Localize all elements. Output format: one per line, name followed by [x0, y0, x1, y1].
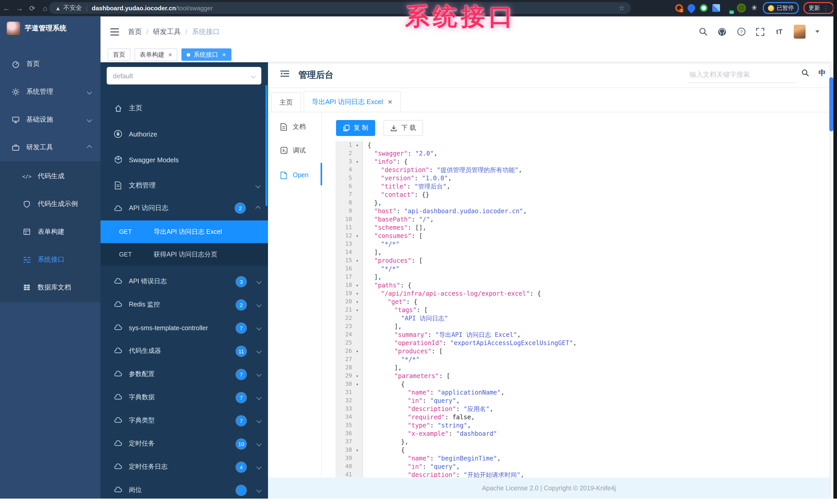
api-group-row[interactable]: Redis 监控2 — [101, 293, 268, 316]
search-icon[interactable] — [698, 27, 708, 36]
api-group-row[interactable]: 字典数据7 — [101, 386, 268, 409]
form-icon — [23, 228, 31, 236]
extension-pin-icon[interactable] — [686, 3, 697, 13]
api-group-row[interactable]: 定时任务日志4 — [101, 455, 268, 479]
fold-toggle-icon[interactable]: ▾ — [352, 141, 362, 149]
extension-orange-icon[interactable]: 1 — [675, 4, 683, 12]
line-number: 24 — [336, 331, 352, 339]
operation-get-page[interactable]: GET 获得API 访问日志分页 — [101, 243, 268, 266]
fold-toggle-icon[interactable]: ▾ — [352, 157, 362, 166]
api-group-row[interactable]: API 错误日志3 — [101, 270, 268, 293]
fold-spacer — [352, 454, 362, 463]
sidebar-item-infra[interactable]: 基础设施 — [0, 106, 101, 133]
security-warning-icon[interactable]: ▲ — [55, 5, 61, 11]
chevron-down-icon — [256, 279, 262, 284]
line-number: 9 — [336, 207, 352, 215]
paused-pill[interactable]: 已暂停 — [763, 2, 799, 14]
language-icon[interactable]: 中 — [818, 69, 826, 78]
swagger-nav-authorize[interactable]: Authorize — [101, 123, 268, 145]
avatar-caret-icon[interactable] — [815, 31, 819, 33]
fold-toggle-icon[interactable]: ▾ — [352, 347, 362, 355]
close-icon[interactable]: ✕ — [388, 98, 392, 105]
fold-toggle-icon[interactable]: ▾ — [352, 298, 362, 306]
extension-monkey-icon[interactable] — [737, 4, 746, 12]
fold-toggle-icon[interactable]: ▾ — [352, 232, 362, 240]
fold-toggle-icon[interactable]: ▾ — [352, 257, 362, 265]
tab-home[interactable]: 主页 — [271, 92, 301, 112]
collapse-sidebar-icon[interactable] — [280, 70, 289, 79]
update-pill[interactable]: 更新⋮ — [803, 2, 834, 14]
sidebar-item-system-api[interactable]: 系统接口 — [0, 246, 101, 274]
back-icon[interactable]: ← — [0, 4, 13, 12]
sidebar-item-db-doc[interactable]: 数据库文档 — [0, 274, 101, 301]
bookmark-star-icon[interactable]: ☆ — [619, 4, 625, 12]
sidebar-item-devtools[interactable]: 研发工具 — [0, 133, 101, 161]
doc-search-icon[interactable] — [801, 69, 809, 79]
swagger-nav-home[interactable]: 主页 — [101, 97, 268, 119]
menu-dots-icon[interactable]: ⋮ — [823, 4, 829, 12]
breadcrumb-devtools[interactable]: 研发工具 — [153, 27, 181, 36]
sidebar-item-codegen-demo[interactable]: 代码生成示例 — [0, 190, 101, 218]
swagger-nav-doc-manage[interactable]: 文档管理 — [101, 174, 268, 197]
address-bar[interactable]: ▲ 不安全 | dashboard.yudao.iocoder.cn/tool/… — [49, 2, 631, 14]
swagger-nav-api-access-log[interactable]: API 访问日志 2 — [101, 197, 268, 220]
close-icon[interactable]: ✕ — [168, 52, 173, 57]
api-group-row[interactable]: 参数配置7 — [101, 362, 268, 386]
github-icon[interactable] — [717, 27, 727, 36]
count-badge: 4 — [236, 462, 246, 471]
help-icon[interactable]: ? — [736, 27, 746, 36]
logo[interactable]: 芋道管理系统 — [0, 16, 101, 41]
api-group-row[interactable]: 定时任务10 — [101, 432, 268, 455]
reload-icon[interactable]: ⟳ — [26, 4, 39, 12]
fold-toggle-icon[interactable]: ▾ — [352, 380, 362, 388]
tag-home[interactable]: 首页 — [108, 49, 130, 61]
hamburger-icon[interactable] — [110, 28, 119, 35]
operation-export-excel[interactable]: GET 导出API 访问日志 Excel — [101, 221, 268, 243]
sidebar-item-label: 代码生成示例 — [38, 199, 78, 209]
fold-toggle-icon[interactable]: ▾ — [352, 446, 362, 454]
code-editor[interactable]: 1▾{2"swagger": "2.0",3▾"info": {4"descri… — [336, 141, 823, 478]
fold-toggle-icon[interactable]: ▾ — [352, 306, 362, 314]
api-group-select[interactable]: default — [107, 67, 261, 85]
breadcrumb-home[interactable]: 首页 — [128, 27, 142, 36]
fold-toggle-icon[interactable]: ▾ — [352, 281, 362, 290]
doc-search-input[interactable]: 输入文档关键字搜索 — [689, 69, 796, 83]
code-line: 34"required": false, — [336, 413, 823, 421]
api-group-row[interactable]: sys-sms-template-controller7 — [101, 316, 268, 339]
page-scrollbar-thumb[interactable] — [829, 77, 833, 131]
sidebar-item-codegen[interactable]: </> 代码生成 — [0, 162, 101, 190]
download-button[interactable]: 下 载 — [384, 120, 423, 136]
fold-toggle-icon[interactable]: ▾ — [352, 372, 362, 380]
tag-form-builder[interactable]: 表单构建✕ — [135, 49, 178, 61]
rail-item-doc[interactable]: 文档 — [268, 116, 333, 137]
fullscreen-icon[interactable] — [755, 27, 765, 36]
forward-icon[interactable]: → — [13, 4, 26, 12]
sidebar-scrollbar-thumb[interactable] — [265, 85, 267, 206]
tag-system-api[interactable]: 系统接口✕ — [182, 49, 231, 61]
fold-toggle-icon[interactable]: ▾ — [352, 290, 362, 298]
api-group-row[interactable]: 代码生成器11 — [101, 339, 268, 362]
code-line: 16"*/*" — [336, 265, 823, 273]
code-lines: 1▾{2"swagger": "2.0",3▾"info": {4"descri… — [336, 141, 823, 478]
api-groups: API 错误日志3Redis 监控2sys-sms-template-contr… — [101, 270, 268, 499]
code-line: 36"x-example": "dashboard" — [336, 430, 823, 438]
extension-grid-icon[interactable] — [712, 4, 720, 12]
cloud-icon — [114, 278, 122, 285]
sidebar-item-form-builder[interactable]: 表单构建 — [0, 218, 101, 246]
extension-green-icon[interactable] — [700, 4, 708, 12]
copy-button[interactable]: 复 制 — [336, 120, 375, 136]
rail-item-debug[interactable]: 调试 — [268, 140, 333, 161]
extension-translate-icon[interactable]: cn — [725, 4, 732, 12]
api-group-row[interactable]: 字典类型7 — [101, 409, 268, 432]
sidebar-item-system[interactable]: 系统管理 — [0, 78, 101, 106]
font-size-icon[interactable]: tT — [774, 27, 784, 36]
avatar[interactable] — [794, 25, 805, 39]
api-group-row[interactable]: 岗位 — [101, 479, 268, 499]
rail-item-open[interactable]: Open — [268, 165, 333, 185]
close-icon[interactable]: ✕ — [222, 52, 226, 57]
sidebar-item-home[interactable]: 首页 — [0, 50, 101, 78]
tab-export-excel[interactable]: 导出API 访问日志 Excel✕ — [304, 91, 401, 112]
swagger-nav-models[interactable]: Swagger Models — [101, 148, 268, 171]
extension-star-icon[interactable]: ✳ — [750, 4, 758, 12]
sidebar-item-label: 首页 — [26, 59, 40, 69]
